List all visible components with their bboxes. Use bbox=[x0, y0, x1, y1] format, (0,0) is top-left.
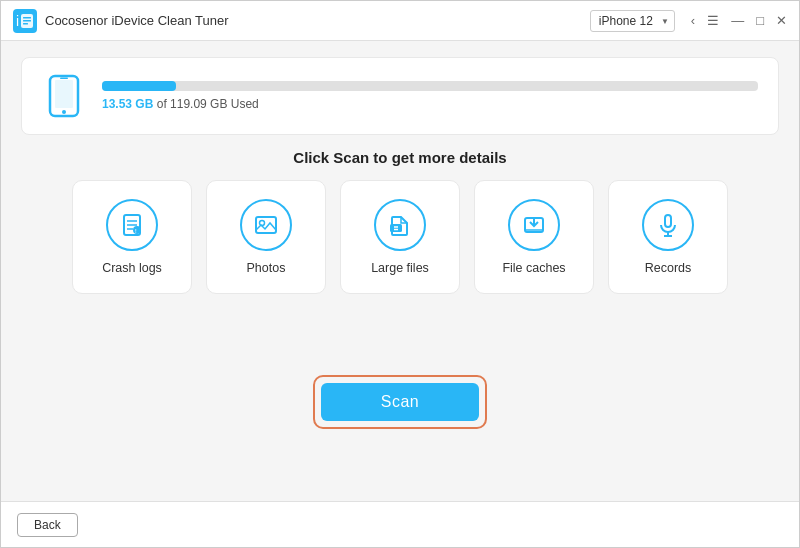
menu-icon[interactable]: ☰ bbox=[707, 13, 719, 28]
crash-logs-label: Crash logs bbox=[102, 261, 162, 275]
maximize-icon[interactable]: □ bbox=[756, 13, 764, 28]
feature-card-photos[interactable]: Photos bbox=[206, 180, 326, 294]
svg-rect-3 bbox=[23, 17, 31, 19]
scan-area: Scan bbox=[21, 308, 779, 501]
records-label: Records bbox=[645, 261, 692, 275]
scan-prompt: Click Scan to get more details bbox=[21, 149, 779, 166]
back-nav-icon[interactable]: ‹ bbox=[691, 13, 695, 28]
svg-rect-18 bbox=[390, 224, 402, 232]
device-select[interactable]: iPhone 12 bbox=[590, 10, 675, 32]
title-bar: i Cocosenor iDevice Clean Tuner iPhone 1… bbox=[1, 1, 799, 41]
svg-rect-5 bbox=[23, 23, 28, 25]
storage-bar-fill bbox=[102, 81, 176, 91]
crash-logs-icon: ! bbox=[106, 199, 158, 251]
svg-rect-9 bbox=[60, 78, 68, 80]
app-title: Cocosenor iDevice Clean Tuner bbox=[45, 13, 590, 28]
svg-point-8 bbox=[62, 110, 66, 114]
feature-cards: ! Crash logs Photos bbox=[21, 180, 779, 294]
minimize-icon[interactable]: — bbox=[731, 13, 744, 28]
device-selector-area: iPhone 12 bbox=[590, 10, 675, 32]
photos-icon bbox=[240, 199, 292, 251]
storage-text: 13.53 GB of 119.09 GB Used bbox=[102, 97, 758, 111]
file-caches-icon bbox=[508, 199, 560, 251]
storage-total: 119.09 GB bbox=[170, 97, 227, 111]
svg-rect-4 bbox=[23, 20, 31, 22]
phone-icon bbox=[42, 74, 86, 118]
svg-rect-16 bbox=[256, 217, 276, 233]
feature-card-records[interactable]: Records bbox=[608, 180, 728, 294]
feature-card-file-caches[interactable]: File caches bbox=[474, 180, 594, 294]
app-logo: i bbox=[13, 9, 37, 33]
records-icon bbox=[642, 199, 694, 251]
footer: Back bbox=[1, 501, 799, 547]
close-icon[interactable]: ✕ bbox=[776, 13, 787, 28]
feature-card-crash-logs[interactable]: ! Crash logs bbox=[72, 180, 192, 294]
scan-button-wrapper: Scan bbox=[313, 375, 487, 429]
back-button[interactable]: Back bbox=[17, 513, 78, 537]
file-caches-label: File caches bbox=[502, 261, 565, 275]
storage-used: 13.53 GB bbox=[102, 97, 153, 111]
large-files-label: Large files bbox=[371, 261, 429, 275]
storage-bar-track bbox=[102, 81, 758, 91]
device-select-wrapper[interactable]: iPhone 12 bbox=[590, 10, 675, 32]
storage-used-label: Used bbox=[231, 97, 259, 111]
feature-card-large-files[interactable]: Large files bbox=[340, 180, 460, 294]
large-files-icon bbox=[374, 199, 426, 251]
window-controls: ‹ ☰ — □ ✕ bbox=[691, 13, 787, 28]
scan-button[interactable]: Scan bbox=[321, 383, 479, 421]
svg-rect-24 bbox=[665, 215, 671, 227]
app-window: i Cocosenor iDevice Clean Tuner iPhone 1… bbox=[0, 0, 800, 548]
svg-rect-7 bbox=[55, 80, 73, 108]
storage-card: 13.53 GB of 119.09 GB Used bbox=[21, 57, 779, 135]
photos-label: Photos bbox=[247, 261, 286, 275]
svg-text:i: i bbox=[16, 13, 19, 29]
main-content: 13.53 GB of 119.09 GB Used Click Scan to… bbox=[1, 41, 799, 501]
storage-info: 13.53 GB of 119.09 GB Used bbox=[102, 81, 758, 111]
